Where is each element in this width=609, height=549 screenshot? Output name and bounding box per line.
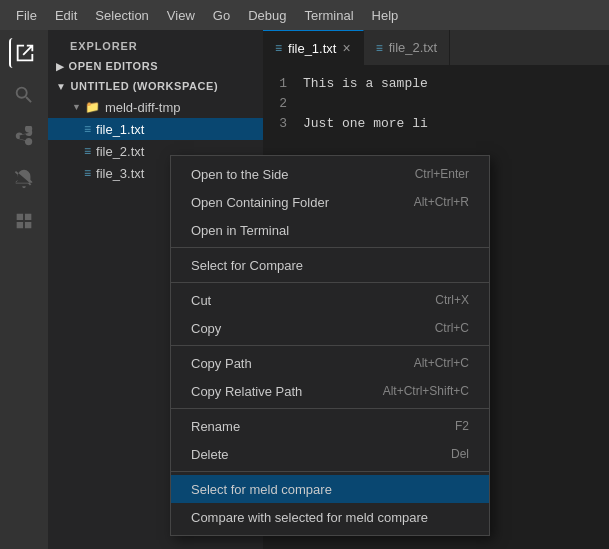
- ctx-open-terminal-label: Open in Terminal: [191, 223, 289, 238]
- ctx-open-side-label: Open to the Side: [191, 167, 289, 182]
- ctx-copy[interactable]: Copy Ctrl+C: [171, 314, 489, 342]
- folder-meld-diff-tmp[interactable]: ▼ 📁 meld-diff-tmp: [48, 96, 263, 118]
- ctx-cut-label: Cut: [191, 293, 211, 308]
- tab-bar: ≡ file_1.txt × ≡ file_2.txt: [263, 30, 609, 65]
- workspace-label: UNTITLED (WORKSPACE): [70, 80, 218, 92]
- ctx-select-compare-label: Select for Compare: [191, 258, 303, 273]
- tab-file2-icon: ≡: [376, 41, 383, 55]
- ctx-rename-shortcut: F2: [455, 419, 469, 433]
- ctx-rename[interactable]: Rename F2: [171, 412, 489, 440]
- tab-file2[interactable]: ≡ file_2.txt: [364, 30, 450, 65]
- ctx-copy-rel-path-label: Copy Relative Path: [191, 384, 302, 399]
- ctx-sep-3: [171, 345, 489, 346]
- explorer-icon[interactable]: [9, 38, 39, 68]
- ctx-select-compare[interactable]: Select for Compare: [171, 251, 489, 279]
- ctx-copy-path-label: Copy Path: [191, 356, 252, 371]
- ctx-meld-select[interactable]: Select for meld compare: [171, 475, 489, 503]
- ctx-open-folder-shortcut: Alt+Ctrl+R: [414, 195, 469, 209]
- ctx-sep-4: [171, 408, 489, 409]
- ctx-copy-path[interactable]: Copy Path Alt+Ctrl+C: [171, 349, 489, 377]
- line-content-1: This is a sample: [303, 76, 428, 91]
- menu-selection[interactable]: Selection: [87, 4, 156, 27]
- ctx-copy-label: Copy: [191, 321, 221, 336]
- ctx-cut-shortcut: Ctrl+X: [435, 293, 469, 307]
- open-editors-label: OPEN EDITORS: [69, 60, 159, 72]
- ctx-rename-label: Rename: [191, 419, 240, 434]
- menu-go[interactable]: Go: [205, 4, 238, 27]
- ctx-delete-label: Delete: [191, 447, 229, 462]
- open-editors-header[interactable]: ▶ OPEN EDITORS: [48, 56, 263, 76]
- ctx-copy-shortcut: Ctrl+C: [435, 321, 469, 335]
- open-editors-arrow: ▶: [56, 61, 65, 72]
- tab-file1-close[interactable]: ×: [342, 40, 350, 56]
- file2-label: file_2.txt: [96, 144, 144, 159]
- folder-label: meld-diff-tmp: [105, 100, 181, 115]
- ctx-delete[interactable]: Delete Del: [171, 440, 489, 468]
- line-number-1: 1: [263, 76, 303, 91]
- ctx-open-side-shortcut: Ctrl+Enter: [415, 167, 469, 181]
- tab-file1[interactable]: ≡ file_1.txt ×: [263, 30, 364, 65]
- ctx-sep-1: [171, 247, 489, 248]
- folder-arrow: ▼: [72, 102, 81, 112]
- file2-icon: ≡: [84, 144, 91, 158]
- editor-line-1: 1 This is a sample: [263, 73, 609, 93]
- tab-file2-label: file_2.txt: [389, 40, 437, 55]
- ctx-open-folder-label: Open Containing Folder: [191, 195, 329, 210]
- menu-bar: File Edit Selection View Go Debug Termin…: [0, 0, 609, 30]
- menu-terminal[interactable]: Terminal: [296, 4, 361, 27]
- menu-view[interactable]: View: [159, 4, 203, 27]
- workspace-arrow: ▼: [56, 81, 66, 92]
- line-number-2: 2: [263, 96, 303, 111]
- folder-icon: 📁: [85, 100, 100, 114]
- ctx-open-side[interactable]: Open to the Side Ctrl+Enter: [171, 160, 489, 188]
- no-bell-icon[interactable]: [9, 164, 39, 194]
- editor-line-2: 2: [263, 93, 609, 113]
- ctx-sep-2: [171, 282, 489, 283]
- menu-file[interactable]: File: [8, 4, 45, 27]
- workspace-header[interactable]: ▼ UNTITLED (WORKSPACE): [48, 76, 263, 96]
- ctx-meld-select-label: Select for meld compare: [191, 482, 332, 497]
- ctx-sep-5: [171, 471, 489, 472]
- menu-debug[interactable]: Debug: [240, 4, 294, 27]
- ctx-copy-path-shortcut: Alt+Ctrl+C: [414, 356, 469, 370]
- editor-line-3: 3 Just one more li: [263, 113, 609, 133]
- ctx-copy-rel-path-shortcut: Alt+Ctrl+Shift+C: [383, 384, 469, 398]
- ctx-copy-rel-path[interactable]: Copy Relative Path Alt+Ctrl+Shift+C: [171, 377, 489, 405]
- ctx-open-terminal[interactable]: Open in Terminal: [171, 216, 489, 244]
- file3-icon: ≡: [84, 166, 91, 180]
- squares-icon[interactable]: [9, 206, 39, 236]
- context-menu: Open to the Side Ctrl+Enter Open Contain…: [170, 155, 490, 536]
- search-icon[interactable]: [9, 80, 39, 110]
- tab-file1-label: file_1.txt: [288, 41, 336, 56]
- menu-help[interactable]: Help: [364, 4, 407, 27]
- sidebar-title: Explorer: [48, 30, 263, 56]
- ctx-meld-compare-label: Compare with selected for meld compare: [191, 510, 428, 525]
- activity-bar: [0, 30, 48, 549]
- source-control-icon[interactable]: [9, 122, 39, 152]
- ctx-open-folder[interactable]: Open Containing Folder Alt+Ctrl+R: [171, 188, 489, 216]
- file3-label: file_3.txt: [96, 166, 144, 181]
- ctx-meld-compare[interactable]: Compare with selected for meld compare: [171, 503, 489, 531]
- file1-label: file_1.txt: [96, 122, 144, 137]
- ctx-cut[interactable]: Cut Ctrl+X: [171, 286, 489, 314]
- tab-file1-icon: ≡: [275, 41, 282, 55]
- line-number-3: 3: [263, 116, 303, 131]
- file1-icon: ≡: [84, 122, 91, 136]
- line-content-3: Just one more li: [303, 116, 428, 131]
- menu-edit[interactable]: Edit: [47, 4, 85, 27]
- file-file1[interactable]: ≡ file_1.txt: [48, 118, 263, 140]
- ctx-delete-shortcut: Del: [451, 447, 469, 461]
